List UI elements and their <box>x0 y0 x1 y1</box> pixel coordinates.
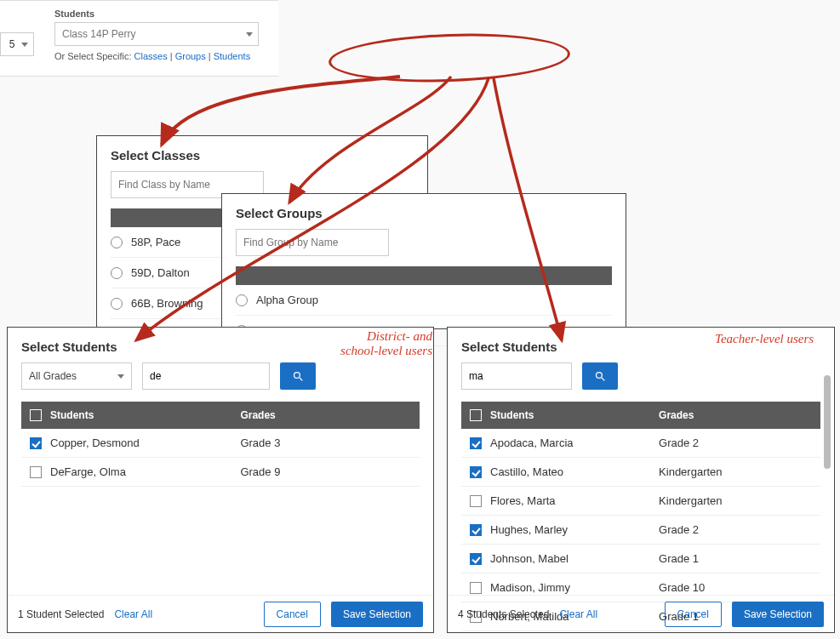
annotation-teacher: Teacher-level users <box>715 332 814 346</box>
student-row: Copper, DesmondGrade 3 <box>21 429 420 458</box>
save-selection-button-left[interactable]: Save Selection <box>331 602 423 627</box>
link-students[interactable]: Students <box>214 51 250 61</box>
students-table-header-right: Students Grades <box>461 402 820 429</box>
radio-icon <box>236 294 248 306</box>
chevron-down-icon <box>246 32 253 37</box>
student-checkbox[interactable] <box>470 582 482 594</box>
link-classes[interactable]: Classes <box>134 51 168 61</box>
grade-filter-dropdown[interactable]: All Grades <box>21 362 132 390</box>
selected-count-right: 4 Students Selected <box>458 608 549 620</box>
students-label: Students <box>54 9 831 19</box>
groups-header-bar <box>236 266 612 285</box>
students-footer-right: 4 Students Selected Clear All Cancel Sav… <box>448 595 834 632</box>
student-grade: Kindergarten <box>659 494 820 507</box>
link-groups[interactable]: Groups <box>175 51 206 61</box>
group-label: Alpha Group <box>256 294 318 306</box>
class-label: 66B, Browning <box>131 297 203 310</box>
student-checkbox[interactable] <box>30 466 42 478</box>
student-row: Hughes, MarleyGrade 2 <box>461 516 820 545</box>
class-dropdown[interactable]: Class 14P Perry <box>54 22 259 46</box>
student-checkbox[interactable] <box>470 466 482 478</box>
student-grade: Grade 9 <box>240 465 420 478</box>
student-checkbox[interactable] <box>30 437 42 449</box>
scrollbar-thumb[interactable] <box>824 375 831 469</box>
source-panel: 5 Students Class 14P Perry Or Select Spe… <box>0 0 278 77</box>
student-row: DeFarge, OlmaGrade 9 <box>21 458 420 487</box>
student-checkbox[interactable] <box>470 524 482 536</box>
student-name: Apodaca, Marcia <box>490 436 574 449</box>
student-search-input-right[interactable] <box>461 362 572 390</box>
student-grade: Grade 10 <box>659 581 820 594</box>
or-select-text: Or Select Specific: <box>54 51 134 61</box>
groups-title: Select Groups <box>236 206 612 220</box>
search-button-right[interactable] <box>582 362 618 390</box>
grade-filter-value: All Grades <box>29 370 77 382</box>
select-students-panel-district: Select Students All Grades Students Grad… <box>7 327 434 633</box>
cancel-button-left[interactable]: Cancel <box>264 602 321 627</box>
source-inner: Students Class 14P Perry Or Select Speci… <box>54 9 831 61</box>
student-grade: Kindergarten <box>659 465 820 478</box>
student-checkbox[interactable] <box>470 437 482 449</box>
select-students-panel-teacher: Select Students Students Grades Apodaca,… <box>447 327 835 633</box>
students-footer-left: 1 Student Selected Clear All Cancel Save… <box>8 595 433 632</box>
class-label: 58P, Pace <box>131 236 180 248</box>
select-groups-panel: Select Groups Alpha GroupBeta Group <box>221 193 626 329</box>
student-grade: Grade 1 <box>659 552 820 565</box>
page-selector[interactable]: 5 <box>0 32 34 56</box>
student-row: Flores, MartaKindergarten <box>461 487 820 516</box>
annotation-district: District- and school-level users <box>327 329 432 358</box>
search-button-left[interactable] <box>280 362 316 390</box>
selected-count-left: 1 Student Selected <box>18 608 104 620</box>
radio-icon <box>111 267 123 279</box>
scrollbar-right[interactable] <box>824 375 831 590</box>
student-checkbox[interactable] <box>470 495 482 507</box>
student-name: Hughes, Marley <box>490 523 568 536</box>
student-grade: Grade 3 <box>240 436 420 449</box>
chevron-down-icon <box>117 374 124 379</box>
class-dropdown-value: Class 14P Perry <box>62 28 135 40</box>
student-row: Johnson, MabelGrade 1 <box>461 545 820 573</box>
student-name: Castillo, Mateo <box>490 465 563 478</box>
or-select-row: Or Select Specific: Classes | Groups | S… <box>54 51 831 61</box>
cancel-button-right[interactable]: Cancel <box>665 602 722 627</box>
student-name: Copper, Desmond <box>50 436 140 449</box>
group-option[interactable]: Alpha Group <box>236 285 612 316</box>
radio-icon <box>111 298 123 310</box>
student-row: Castillo, MateoKindergarten <box>461 458 820 487</box>
search-icon <box>292 370 305 383</box>
students-table-header: Students Grades <box>21 402 420 429</box>
search-icon <box>594 370 607 383</box>
student-name: DeFarge, Olma <box>50 465 126 478</box>
find-group-input[interactable] <box>236 229 389 256</box>
student-name: Madison, Jimmy <box>490 581 570 594</box>
clear-all-left[interactable]: Clear All <box>114 608 152 620</box>
clear-all-right[interactable]: Clear All <box>559 608 597 620</box>
student-checkbox[interactable] <box>470 553 482 565</box>
radio-icon <box>111 237 123 248</box>
class-label: 59D, Dalton <box>131 266 190 279</box>
student-name: Johnson, Mabel <box>490 552 569 565</box>
select-all-checkbox-left[interactable] <box>30 409 42 421</box>
save-selection-button-right[interactable]: Save Selection <box>732 602 824 627</box>
classes-title: Select Classes <box>111 148 414 163</box>
student-grade: Grade 2 <box>659 436 820 449</box>
student-name: Flores, Marta <box>490 494 556 507</box>
select-all-checkbox-right[interactable] <box>470 409 482 421</box>
student-search-input-left[interactable] <box>142 362 270 390</box>
student-row: Apodaca, MarciaGrade 2 <box>461 429 820 458</box>
student-grade: Grade 2 <box>659 523 820 536</box>
